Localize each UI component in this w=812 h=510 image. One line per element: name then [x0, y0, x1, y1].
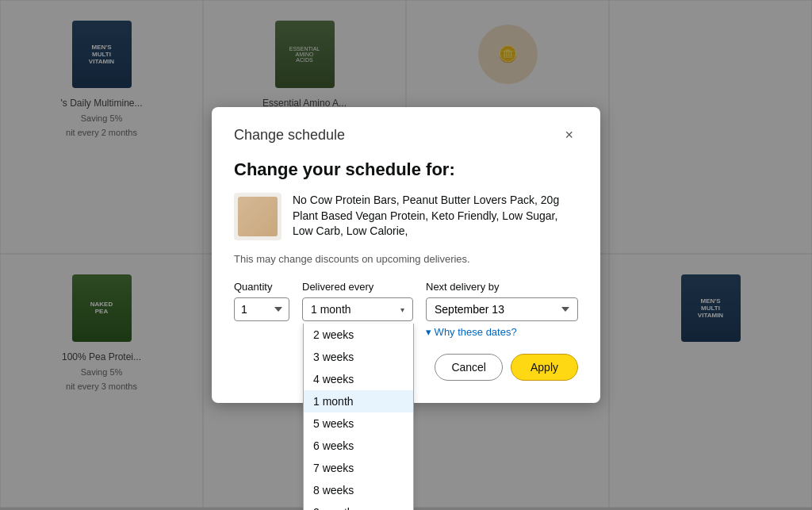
- next-delivery-select[interactable]: September 13 September 20 October 1: [426, 297, 578, 321]
- quantity-group: Quantity 1 2 3: [234, 281, 289, 321]
- change-schedule-modal: Change schedule × Change your schedule f…: [212, 107, 600, 403]
- option-2-weeks[interactable]: 2 weeks: [304, 324, 413, 346]
- option-6-weeks[interactable]: 6 weeks: [304, 435, 413, 457]
- delivery-current-value: 1 month: [311, 303, 351, 316]
- option-3-weeks[interactable]: 3 weeks: [304, 346, 413, 368]
- change-for-heading: Change your schedule for:: [234, 159, 578, 180]
- quantity-select[interactable]: 1 2 3: [234, 297, 289, 321]
- option-4-weeks[interactable]: 4 weeks: [304, 368, 413, 390]
- modal-header: Change schedule ×: [234, 126, 578, 144]
- option-1-month[interactable]: 1 month: [304, 390, 413, 412]
- option-5-weeks[interactable]: 5 weeks: [304, 412, 413, 435]
- option-2-months[interactable]: 2 months: [304, 501, 413, 510]
- close-button[interactable]: ×: [560, 126, 578, 144]
- apply-button[interactable]: Apply: [511, 354, 578, 381]
- cancel-button[interactable]: Cancel: [435, 354, 503, 381]
- delivery-selected-value[interactable]: 1 month ▾: [303, 298, 412, 320]
- schedule-controls-row: Quantity 1 2 3 Delivered every 1 month ▾…: [234, 281, 578, 338]
- delivered-every-group: Delivered every 1 month ▾ 2 weeks 3 week…: [302, 281, 413, 321]
- delivered-every-label: Delivered every: [302, 281, 413, 293]
- why-dates-link[interactable]: ▾ Why these dates?: [426, 326, 578, 338]
- quantity-label: Quantity: [234, 281, 289, 293]
- option-7-weeks[interactable]: 7 weeks: [304, 457, 413, 479]
- modal-title: Change schedule: [234, 127, 345, 144]
- product-row: No Cow Protein Bars, Peanut Butter Lover…: [234, 193, 578, 240]
- discount-note: This may change discounts on upcoming de…: [234, 253, 578, 265]
- next-delivery-label: Next delivery by: [426, 281, 578, 293]
- modal-overlay: Change schedule × Change your schedule f…: [0, 0, 812, 510]
- chevron-down-icon: ▾: [400, 305, 404, 314]
- delivery-options-list: 2 weeks 3 weeks 4 weeks 1 month 5 weeks …: [303, 324, 414, 510]
- product-thumbnail: [234, 193, 282, 240]
- product-name: No Cow Protein Bars, Peanut Butter Lover…: [293, 193, 578, 240]
- delivered-every-dropdown[interactable]: 1 month ▾ 2 weeks 3 weeks 4 weeks 1 mont…: [302, 297, 413, 321]
- option-8-weeks[interactable]: 8 weeks: [304, 479, 413, 501]
- next-delivery-group: Next delivery by September 13 September …: [426, 281, 578, 338]
